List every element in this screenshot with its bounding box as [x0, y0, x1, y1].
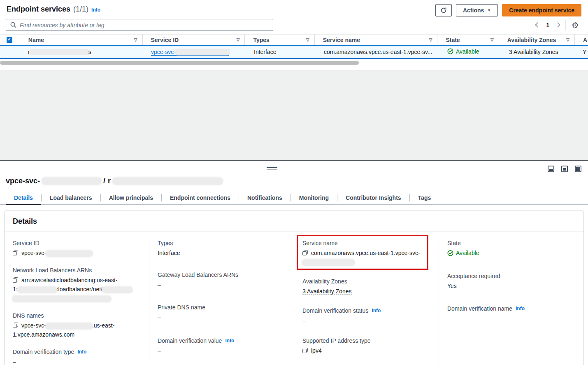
panel-drag-handle-icon[interactable] [267, 167, 277, 170]
column-label: Name [28, 37, 44, 43]
copy-icon[interactable] [302, 348, 308, 353]
field-glb-arns: Gateway Load Balancers ARNs – [158, 271, 286, 289]
panel-size-medium-icon[interactable] [561, 166, 568, 172]
copy-icon[interactable] [13, 250, 18, 255]
search-box[interactable] [6, 19, 273, 31]
panel-size-controls [548, 166, 581, 172]
tab-contributor-insights[interactable]: Contributor Insights [337, 192, 409, 204]
field-label: Gateway Load Balancers ARNs [158, 271, 286, 279]
field-label: State [447, 239, 575, 247]
check-circle-icon [447, 48, 453, 54]
field-value: ipv4 [311, 346, 322, 355]
az-popover-trigger[interactable]: 3 Availability Zones [302, 288, 352, 295]
field-state: State Available [447, 239, 575, 259]
filter-icon[interactable]: ▽ [566, 37, 569, 42]
select-all-checkbox[interactable] [7, 37, 12, 43]
column-header-name[interactable]: Name ▽ [20, 34, 142, 45]
field-label: Domain verification name [447, 304, 512, 313]
info-link[interactable]: Info [516, 304, 525, 313]
toolbar-divider [565, 20, 566, 30]
tab-load-balancers[interactable]: Load balancers [42, 192, 100, 204]
field-nlb-arns: Network Load Balancers ARNs arn:aws:elas… [13, 266, 141, 303]
redacted-value [46, 323, 92, 329]
details-column-4: State Available [439, 239, 583, 365]
field-label: Private DNS name [158, 303, 286, 311]
filter-icon[interactable]: ▽ [429, 37, 432, 42]
panel-size-small-icon[interactable] [548, 166, 554, 172]
column-header-acceptance[interactable]: A [574, 34, 588, 45]
column-label: Types [253, 37, 269, 43]
empty-table-area [0, 71, 588, 161]
page-number[interactable]: 1 [546, 22, 549, 28]
actions-label: Actions [463, 7, 484, 14]
service-id-link[interactable]: vpce-svc- [151, 49, 229, 56]
tab-details[interactable]: Details [6, 192, 41, 204]
field-service-id: Service ID vpce-svc- [13, 239, 141, 257]
field-value: – [158, 280, 286, 289]
refresh-button[interactable] [435, 4, 452, 16]
column-header-service-name[interactable]: Service name ▽ [314, 34, 437, 45]
service-id-prefix: vpce-svc- [151, 49, 176, 55]
split-panel: vpce-svc- / r Details Load balancers All… [0, 161, 588, 364]
column-header-service-id[interactable]: Service ID ▽ [142, 34, 245, 45]
redacted-account-id [18, 287, 57, 292]
row-service-name-cell: com.amazonaws.vpce.us-east-1.vpce-sv... [316, 49, 439, 55]
tab-monitoring[interactable]: Monitoring [291, 192, 337, 204]
field-value-line2 [302, 257, 430, 267]
details-column-2: Types Interface Gateway Load Balancers A… [149, 239, 294, 365]
title-info-link[interactable]: Info [91, 7, 100, 13]
tab-endpoint-connections[interactable]: Endpoint connections [162, 192, 239, 204]
filter-icon[interactable]: ▽ [134, 37, 137, 42]
field-types: Types Interface [158, 239, 286, 257]
actions-button[interactable]: Actions ▼ [456, 4, 498, 16]
copy-icon[interactable] [302, 250, 308, 255]
info-link[interactable]: Info [225, 337, 234, 345]
name-fragment: s [88, 49, 91, 55]
field-label: Supported IP address type [302, 337, 430, 345]
field-label: Domain verification value [158, 337, 222, 345]
redacted-value [102, 287, 132, 292]
create-endpoint-service-button[interactable]: Create endpoint service [502, 4, 581, 16]
copy-icon[interactable] [13, 277, 18, 283]
field-label: DNS names [13, 311, 141, 320]
details-card-heading: Details [5, 211, 583, 232]
tab-allow-principals[interactable]: Allow principals [101, 192, 161, 204]
horizontal-scrollbar[interactable] [0, 61, 359, 65]
pagination: 1 [536, 22, 560, 28]
field-domain-verification-value: Domain verification value Info – [158, 337, 286, 355]
settings-gear-icon[interactable]: ⚙ [572, 21, 579, 29]
search-icon [10, 22, 16, 28]
field-label: Availability Zones [302, 277, 430, 285]
info-link[interactable]: Info [372, 307, 381, 315]
panel-size-full-icon[interactable] [575, 166, 581, 172]
column-label: Service name [323, 37, 360, 43]
info-link[interactable]: Info [77, 348, 86, 356]
tab-notifications[interactable]: Notifications [239, 192, 291, 204]
state-value: Available [447, 48, 479, 55]
field-domain-verification-type: Domain verification type Info – [13, 348, 141, 365]
az-popover-trigger[interactable]: 3 Availability Zones [509, 49, 558, 55]
panel-title-separator: / [103, 177, 105, 185]
copy-icon[interactable] [13, 323, 18, 328]
column-header-types[interactable]: Types ▽ [244, 34, 314, 45]
details-column-1: Service ID vpce-svc- Network Load Balanc… [5, 239, 149, 365]
field-acceptance-required: Acceptance required Yes [447, 272, 575, 290]
field-service-name: Service name com.amazonaws.vpce.us-east-… [302, 239, 430, 267]
filter-icon[interactable]: ▽ [306, 37, 309, 42]
field-domain-verification-status: Domain verification status Info – [302, 307, 430, 325]
filter-icon[interactable]: ▽ [490, 37, 494, 42]
filter-icon[interactable]: ▽ [237, 37, 240, 42]
table-row[interactable]: rs vpce-svc- Interface com.amazonaws.vpc… [0, 45, 588, 59]
column-header-state[interactable]: State ▽ [437, 34, 498, 45]
search-input[interactable] [20, 22, 269, 28]
tab-tags[interactable]: Tags [410, 192, 439, 204]
column-header-availability-zones[interactable]: Availability Zones ▽ [499, 34, 574, 45]
field-value: – [158, 346, 286, 355]
table-section: Endpoint services (1/1) Info Actions ▼ C… [0, 0, 588, 71]
details-column-3: Service name com.amazonaws.vpce.us-east-… [294, 239, 439, 365]
redacted-title-id [42, 178, 101, 184]
next-page-icon[interactable] [555, 22, 560, 28]
title-line: Endpoint services (1/1) Info [7, 4, 100, 14]
row-az-cell: 3 Availability Zones [501, 49, 577, 55]
previous-page-icon[interactable] [535, 22, 540, 28]
